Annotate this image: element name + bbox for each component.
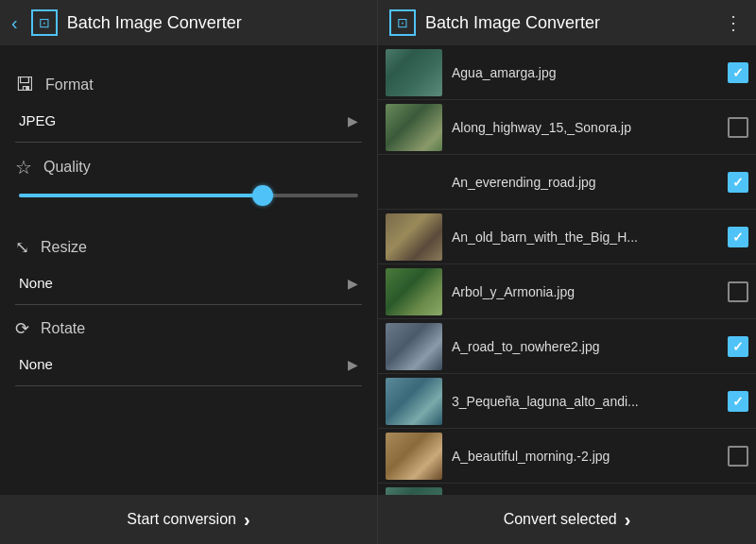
format-value: JPEG xyxy=(19,112,56,128)
file-name: A_road_to_nowhere2.jpg xyxy=(452,339,718,354)
file-thumbnail xyxy=(386,487,442,496)
quality-slider-thumb[interactable] xyxy=(252,185,273,206)
format-label: Format xyxy=(45,76,94,94)
file-thumbnail xyxy=(386,104,442,151)
resize-label: Resize xyxy=(41,239,87,256)
file-thumbnail xyxy=(386,323,442,370)
rotate-dropdown[interactable]: None ▶ xyxy=(15,348,362,386)
quality-header: ☆ Quality xyxy=(15,156,362,178)
resize-dropdown[interactable]: None ▶ xyxy=(15,267,362,305)
file-list-item[interactable]: An_everending_road.jpg xyxy=(378,155,756,210)
right-panel: ⊡ Batch Image Converter ⋮ Agua_amarga.jp… xyxy=(378,0,756,544)
file-list: Agua_amarga.jpgAlong_highway_15,_Sonora.… xyxy=(378,45,756,495)
app-icon: ⊡ xyxy=(31,9,58,36)
start-conversion-label: Start conversion xyxy=(127,511,236,528)
file-thumbnail xyxy=(386,159,442,206)
file-list-item[interactable]: Arbol_y_Armonia.jpg xyxy=(378,264,756,319)
file-thumbnail xyxy=(386,268,442,315)
file-checkbox[interactable] xyxy=(728,281,748,302)
rotate-section: ⟳ Rotate None ▶ xyxy=(15,305,362,386)
format-icon: 🖫 xyxy=(15,74,34,95)
quality-slider-fill xyxy=(19,194,263,197)
resize-section: ⤡ Resize None ▶ xyxy=(15,224,362,305)
quality-slider-container[interactable] xyxy=(15,194,362,214)
convert-selected-chevron-icon: › xyxy=(625,509,631,531)
rotate-dropdown-arrow-icon: ▶ xyxy=(348,357,358,372)
resize-section-header: ⤡ Resize xyxy=(15,224,362,267)
file-thumbnail xyxy=(386,433,442,480)
file-name: An_old_barn_with_the_Big_H... xyxy=(452,230,718,245)
file-checkbox[interactable] xyxy=(728,172,748,193)
file-checkbox[interactable] xyxy=(728,227,748,247)
file-list-item[interactable]: An_old_barn_with_the_Big_H... xyxy=(378,210,756,264)
file-checkbox[interactable] xyxy=(728,391,748,412)
file-name: Agua_amarga.jpg xyxy=(452,65,718,80)
file-name: Along_highway_15,_Sonora.jp xyxy=(452,120,718,135)
right-header-title: Batch Image Converter xyxy=(425,13,600,33)
quality-section: ☆ Quality xyxy=(15,143,362,224)
back-arrow-icon[interactable]: ‹ xyxy=(11,12,18,34)
file-thumbnail xyxy=(386,213,442,261)
file-checkbox[interactable] xyxy=(728,336,748,357)
file-list-item[interactable]: Agua_amarga_2.jpg xyxy=(378,484,756,495)
format-dropdown-arrow-icon: ▶ xyxy=(348,113,358,128)
rotate-label: Rotate xyxy=(41,320,85,337)
file-list-item[interactable]: A_road_to_nowhere2.jpg xyxy=(378,319,756,374)
right-app-icon: ⊡ xyxy=(389,9,416,36)
convert-selected-label: Convert selected xyxy=(504,511,617,528)
rotate-value: None xyxy=(19,356,53,372)
format-dropdown[interactable]: JPEG ▶ xyxy=(15,105,362,143)
file-list-item[interactable]: Agua_amarga.jpg xyxy=(378,45,756,100)
format-section-header: 🖫 Format xyxy=(15,60,362,105)
quality-label: Quality xyxy=(43,159,91,176)
resize-dropdown-arrow-icon: ▶ xyxy=(348,276,358,291)
resize-value: None xyxy=(19,275,53,291)
start-conversion-button[interactable]: Start conversion › xyxy=(0,495,377,544)
file-checkbox[interactable] xyxy=(728,117,748,138)
right-header: ⊡ Batch Image Converter ⋮ xyxy=(378,0,756,45)
left-panel: ‹ ⊡ Batch Image Converter 🖫 Format JPEG … xyxy=(0,0,378,544)
file-checkbox[interactable] xyxy=(728,446,748,467)
more-options-icon[interactable]: ⋮ xyxy=(724,11,745,34)
left-content: 🖫 Format JPEG ▶ ☆ Quality ⤡ Resi xyxy=(0,45,377,495)
file-list-item[interactable]: A_beautiful_morning.-2.jpg xyxy=(378,429,756,484)
convert-selected-button[interactable]: Convert selected › xyxy=(378,495,756,544)
file-name: An_everending_road.jpg xyxy=(452,175,718,190)
rotate-icon: ⟳ xyxy=(15,318,29,339)
file-list-item[interactable]: 3_Pequeña_laguna_alto_andi... xyxy=(378,374,756,429)
rotate-section-header: ⟳ Rotate xyxy=(15,305,362,348)
file-list-item[interactable]: Along_highway_15,_Sonora.jp xyxy=(378,100,756,155)
app-icon-symbol: ⊡ xyxy=(39,15,50,30)
file-checkbox[interactable] xyxy=(728,62,748,83)
file-thumbnail xyxy=(386,378,442,425)
resize-icon: ⤡ xyxy=(15,237,29,258)
file-name: 3_Pequeña_laguna_alto_andi... xyxy=(452,394,718,409)
left-header-title: Batch Image Converter xyxy=(67,13,242,33)
quality-icon: ☆ xyxy=(15,156,32,178)
file-name: Arbol_y_Armonia.jpg xyxy=(452,284,718,299)
file-thumbnail xyxy=(386,49,442,96)
left-header: ‹ ⊡ Batch Image Converter xyxy=(0,0,377,45)
start-conversion-chevron-icon: › xyxy=(244,509,250,531)
quality-slider-track xyxy=(19,194,358,197)
file-name: A_beautiful_morning.-2.jpg xyxy=(452,449,718,464)
